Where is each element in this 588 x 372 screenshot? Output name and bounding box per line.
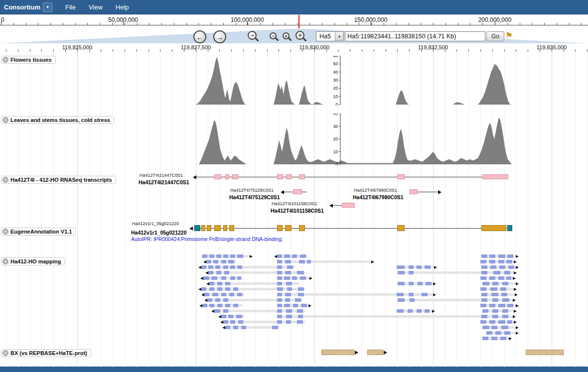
read-segment[interactable] xyxy=(277,276,282,280)
read-segment[interactable] xyxy=(277,315,282,318)
read-segment[interactable] xyxy=(480,260,486,263)
read-segment[interactable] xyxy=(217,287,222,291)
read-segment[interactable] xyxy=(204,293,209,296)
read-segment[interactable] xyxy=(277,304,282,307)
read-segment[interactable] xyxy=(408,309,413,313)
read-segment[interactable] xyxy=(221,293,226,296)
repeat-block[interactable] xyxy=(321,350,354,355)
read-segment[interactable] xyxy=(425,309,430,313)
read-segment[interactable] xyxy=(498,254,505,258)
read-segment[interactable] xyxy=(498,320,505,324)
read-segment[interactable] xyxy=(481,298,487,302)
read-segment[interactable] xyxy=(409,271,414,274)
read-segment[interactable] xyxy=(228,260,234,263)
read-segment[interactable] xyxy=(501,326,508,329)
read-segment[interactable] xyxy=(506,276,511,280)
read-segment[interactable] xyxy=(230,254,235,258)
read-segment[interactable] xyxy=(285,271,291,274)
read-segment[interactable] xyxy=(287,265,293,269)
read-segment[interactable] xyxy=(284,254,290,258)
transcript-exon[interactable] xyxy=(286,174,292,179)
transcript-exon[interactable] xyxy=(293,189,302,194)
read-segment[interactable] xyxy=(297,271,304,274)
read-segment[interactable] xyxy=(299,260,305,263)
read-segment[interactable] xyxy=(508,265,514,269)
read-segment[interactable] xyxy=(216,271,221,274)
read-segment[interactable] xyxy=(293,304,298,307)
read-segment[interactable] xyxy=(398,282,405,285)
zoom-out-far-button[interactable]: − xyxy=(248,31,257,40)
read-segment[interactable] xyxy=(286,309,292,313)
read-segment[interactable] xyxy=(233,304,238,307)
read-segment[interactable] xyxy=(300,254,306,258)
read-segment[interactable] xyxy=(297,309,303,313)
read-segment[interactable] xyxy=(223,265,228,269)
close-track-icon[interactable]: × xyxy=(2,117,8,123)
transcript-exon[interactable] xyxy=(482,174,508,179)
transcript-exon[interactable] xyxy=(232,174,238,179)
zoom-in-button[interactable]: + xyxy=(283,32,290,39)
close-track-icon[interactable]: × xyxy=(2,350,8,356)
read-segment[interactable] xyxy=(285,293,291,296)
read-segment[interactable] xyxy=(481,271,487,274)
gene-utr[interactable] xyxy=(194,225,200,231)
selected-region-marker[interactable] xyxy=(298,15,299,28)
read-segment[interactable] xyxy=(417,265,422,269)
transcript-exon[interactable] xyxy=(225,174,229,179)
zoom-in-far-button[interactable]: + xyxy=(295,31,304,40)
gene-exon[interactable] xyxy=(229,225,234,231)
read-segment[interactable] xyxy=(480,287,486,291)
read-segment[interactable] xyxy=(277,282,282,285)
go-button[interactable]: Go xyxy=(486,31,504,41)
read-segment[interactable] xyxy=(286,282,292,285)
read-segment[interactable] xyxy=(233,287,238,291)
gene-utr[interactable] xyxy=(507,225,512,231)
read-segment[interactable] xyxy=(238,320,243,324)
read-segment[interactable] xyxy=(284,276,290,280)
read-segment[interactable] xyxy=(209,304,214,307)
read-segment[interactable] xyxy=(481,265,487,269)
region-search-input[interactable] xyxy=(345,31,485,41)
read-segment[interactable] xyxy=(504,331,510,335)
transcript-exon[interactable] xyxy=(397,174,405,179)
read-segment[interactable] xyxy=(285,260,291,263)
pan-right-button[interactable]: → xyxy=(213,30,226,43)
read-segment[interactable] xyxy=(297,320,303,324)
chromosome-select[interactable]: Ha5 ▾ xyxy=(316,31,344,41)
gene-exon[interactable] xyxy=(481,225,506,231)
read-segment[interactable] xyxy=(284,304,290,307)
repeat-block[interactable] xyxy=(526,350,564,355)
read-segment[interactable] xyxy=(493,271,500,274)
read-segment[interactable] xyxy=(489,304,495,307)
read-segment[interactable] xyxy=(241,326,246,329)
consortium-dropdown-button[interactable]: ▾ xyxy=(43,2,52,12)
read-segment[interactable] xyxy=(298,315,303,318)
read-segment[interactable] xyxy=(398,271,405,274)
read-segment[interactable] xyxy=(417,309,422,313)
read-segment[interactable] xyxy=(206,260,211,263)
read-segment[interactable] xyxy=(298,293,304,296)
read-segment[interactable] xyxy=(230,320,235,324)
read-segment[interactable] xyxy=(207,298,212,302)
read-segment[interactable] xyxy=(499,265,505,269)
read-segment[interactable] xyxy=(286,315,292,318)
read-segment[interactable] xyxy=(277,287,283,291)
read-segment[interactable] xyxy=(272,326,278,329)
read-segment[interactable] xyxy=(277,298,282,302)
gene-exon[interactable] xyxy=(397,225,405,231)
overview-ruler[interactable]: 050,000,000100,000,000150,000,000200,000… xyxy=(0,14,588,29)
read-segment[interactable] xyxy=(237,293,242,296)
read-segment[interactable] xyxy=(201,287,206,291)
read-segment[interactable] xyxy=(495,331,501,335)
gene-exon[interactable] xyxy=(207,225,211,231)
read-segment[interactable] xyxy=(489,254,495,258)
read-segment[interactable] xyxy=(492,298,498,302)
read-segment[interactable] xyxy=(489,320,495,324)
read-segment[interactable] xyxy=(225,282,230,285)
read-segment[interactable] xyxy=(212,293,218,296)
read-segment[interactable] xyxy=(233,326,238,329)
read-segment[interactable] xyxy=(286,320,291,324)
read-segment[interactable] xyxy=(237,276,241,280)
read-segment[interactable] xyxy=(203,276,209,280)
read-segment[interactable] xyxy=(486,331,492,335)
